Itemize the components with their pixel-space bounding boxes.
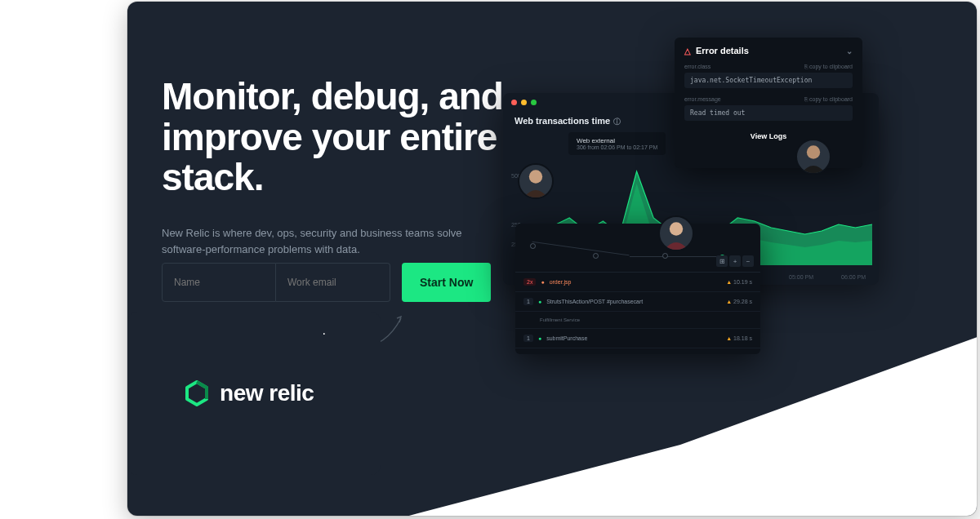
dot-icon: ● (538, 335, 541, 341)
x-tick: 05:00 PM (789, 274, 813, 280)
count-badge: 1 (523, 298, 533, 305)
trace-controls: ⊞ + − (716, 255, 754, 267)
email-input[interactable] (276, 263, 390, 302)
count-badge: 2x (523, 278, 536, 286)
svg-point-1 (670, 222, 683, 235)
error-details-panel: △ Error details ⌄ error.class⎘ copy to c… (675, 38, 862, 168)
logo-badge: new relic. (127, 312, 381, 475)
avatar-web: Web (795, 139, 831, 175)
trace-sub: Fulfillment Service (515, 312, 760, 329)
brand-name: new relic (220, 380, 314, 406)
copy-link[interactable]: ⎘ copy to clipboard (804, 96, 853, 102)
tooltip-title: Web external (577, 137, 657, 144)
trace-row[interactable]: 1 ● submitPurchase ▲ 18.18 s (515, 329, 760, 348)
avatar-devops: DevOps (518, 163, 554, 199)
newrelic-logo-icon (182, 379, 212, 408)
error-value: java.net.SocketTimeoutException (684, 73, 853, 88)
chevron-down-icon[interactable]: ⌄ (846, 47, 853, 55)
close-dot-icon (511, 100, 517, 105)
trace-graph: ⊞ + − (515, 224, 760, 273)
warning-icon: ▲ (726, 279, 732, 285)
svg-point-2 (807, 145, 820, 158)
view-logs-button[interactable]: View Logs (684, 132, 853, 140)
signup-form: Start Now (162, 263, 491, 302)
dot-icon: ● (538, 299, 541, 304)
error-label: error.message (684, 96, 721, 102)
trace-file: submitPurchase (546, 335, 587, 341)
info-icon: ⓘ (613, 118, 621, 126)
copy-link[interactable]: ⎘ copy to clipboard (804, 64, 853, 69)
hero-title: Monitor, debug, and improve your entire … (162, 77, 537, 198)
trace-panel: ⊞ + − 2x ● order.jsp ▲ 10.19 s 1 ● Strut… (515, 224, 760, 354)
max-dot-icon (531, 100, 537, 105)
dot-icon: ● (541, 279, 544, 285)
count-badge: 1 (523, 335, 533, 342)
hero-subtitle: New Relic is where dev, ops, security an… (162, 225, 472, 257)
trace-file: order.jsp (550, 279, 572, 285)
hero-card: Monitor, debug, and improve your entire … (127, 2, 977, 516)
zoom-in-icon[interactable]: + (729, 255, 741, 267)
error-value: Read timed out (684, 105, 853, 121)
name-input[interactable] (162, 263, 276, 302)
trace-file: StrutsThisAction/POST #purchasecart (546, 299, 643, 304)
x-tick: 06:00 PM (841, 274, 866, 280)
avatar-fullstack: Full-Stack (658, 215, 694, 251)
trace-row[interactable]: 1 ● StrutsThisAction/POST #purchasecart … (515, 292, 760, 312)
chart-tooltip: Web external 306 from 02:06 PM to 02:17 … (568, 132, 666, 155)
grid-icon[interactable]: ⊞ (716, 255, 728, 267)
error-label: error.class (684, 64, 710, 69)
warning-icon: ▲ (726, 335, 732, 341)
min-dot-icon (521, 100, 527, 105)
diagonal-cutout (406, 337, 977, 516)
start-now-button[interactable]: Start Now (402, 263, 491, 302)
svg-point-0 (529, 170, 542, 183)
trace-sub: Ad by Service (515, 348, 760, 354)
warning-icon: ▲ (726, 299, 732, 304)
window-controls (511, 100, 537, 105)
trace-row[interactable]: 2x ● order.jsp ▲ 10.19 s (515, 273, 760, 292)
tooltip-sub: 306 from 02:06 PM to 02:17 PM (577, 144, 657, 150)
zoom-out-icon[interactable]: − (742, 255, 754, 267)
error-title: Error details (696, 46, 749, 55)
chart-title: Web transactions timeⓘ (514, 116, 621, 127)
warning-icon: △ (684, 47, 691, 55)
